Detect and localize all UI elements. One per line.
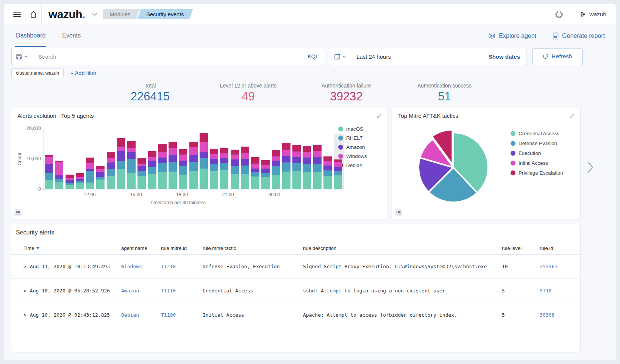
search-input[interactable] [38, 53, 304, 60]
stacked-bar[interactable] [137, 158, 146, 189]
stacked-bar[interactable] [323, 156, 332, 189]
refresh-button[interactable]: Refresh [532, 48, 583, 65]
stacked-bar[interactable] [127, 141, 136, 189]
bar-segment-rhel7 [86, 171, 94, 183]
stacked-bar[interactable] [272, 150, 280, 189]
stacked-bar[interactable] [220, 148, 228, 189]
rule-id-link[interactable]: 5710 [540, 288, 580, 294]
time-range-value[interactable]: Last 24 hours [351, 53, 391, 60]
column-header-rule-id[interactable]: rule.id [540, 245, 580, 251]
stacked-bar[interactable] [210, 149, 218, 189]
mitre-tactic-cell: Initial Access [203, 312, 303, 318]
bar-segment-windows [251, 164, 259, 169]
wazuh-logo[interactable]: wazuh. [48, 8, 86, 21]
stacked-bar[interactable] [66, 175, 74, 189]
agent-name-link[interactable]: Amazon [121, 288, 161, 294]
stat-authentication-failure: Authentication failure39232 [297, 83, 395, 103]
stacked-bar[interactable] [55, 161, 63, 189]
legend-item-macos[interactable]: macOS [338, 126, 367, 132]
column-header-rule-mitre-tactic[interactable]: rule.mitre.tactic [203, 245, 303, 251]
health-check-button[interactable] [551, 4, 567, 25]
logo-dropdown-button[interactable] [92, 12, 98, 16]
report-icon [552, 32, 559, 40]
expand-row-button[interactable]: > [23, 264, 27, 269]
stacked-bar[interactable] [96, 166, 105, 189]
user-menu[interactable]: wazuh [571, 4, 609, 25]
stacked-bar[interactable] [148, 151, 156, 189]
stacked-bar[interactable] [189, 142, 198, 189]
show-dates-button[interactable]: Show dates [489, 53, 526, 60]
expand-panel-button[interactable] [375, 111, 384, 120]
stacked-bar[interactable] [231, 150, 239, 189]
column-header-agent-name[interactable]: agent.name [121, 245, 161, 251]
column-header-rule-level[interactable]: rule.level [502, 245, 540, 251]
agent-name-link[interactable]: Windows [121, 264, 161, 269]
stacked-bar[interactable] [292, 145, 301, 189]
stacked-bar[interactable] [241, 147, 249, 189]
stacked-bar[interactable] [200, 133, 208, 189]
stacked-bar[interactable] [45, 155, 53, 189]
bar-segment-amazon [220, 158, 228, 163]
expand-panel-button[interactable] [567, 111, 576, 120]
stacked-bar[interactable] [261, 160, 270, 189]
column-header-time[interactable]: Time [23, 245, 121, 251]
stacked-bar[interactable] [158, 144, 167, 189]
kql-button[interactable]: KQL [304, 53, 319, 59]
column-header-label: rule.id [540, 245, 553, 251]
mitre-tactic-cell: Defense Evasion, Execution [203, 264, 303, 269]
breadcrumb-modules[interactable]: Modules [103, 9, 140, 19]
stacked-bar[interactable] [179, 149, 187, 189]
bar-segment-amazon [137, 166, 146, 171]
mitre-id-link[interactable]: T1190 [161, 312, 203, 318]
legend-item-windows[interactable]: Windows [338, 153, 367, 159]
menu-button[interactable] [9, 4, 25, 25]
legend-item-defense-evasion[interactable]: Defense Evasion [511, 141, 563, 146]
stacked-bar[interactable] [76, 173, 84, 189]
stacked-bar[interactable] [86, 158, 94, 189]
legend-dot [511, 151, 515, 156]
legend-item-credential-access[interactable]: Credential Access [511, 131, 563, 136]
expand-row-button[interactable]: > [23, 288, 27, 294]
legend-item-initial-access[interactable]: Initial Access [511, 160, 563, 166]
add-filter-button[interactable]: + Add filter [70, 70, 97, 76]
column-header-rule-mitre-id[interactable]: rule.mitre.id [161, 245, 203, 251]
bar-segment-rhel7 [303, 164, 311, 172]
next-panels-button[interactable] [587, 161, 594, 174]
rule-id-link[interactable]: 255563 [540, 264, 580, 269]
stacked-bar[interactable] [334, 159, 342, 189]
legend-item-amazon[interactable]: Amazon [338, 144, 367, 150]
stacked-bar[interactable] [251, 157, 259, 189]
stacked-bar[interactable] [117, 138, 125, 189]
app-window: wazuh. Modules Security events wazuh Das… [4, 4, 616, 360]
home-button[interactable] [25, 4, 41, 25]
calendar-menu-button[interactable] [329, 48, 351, 65]
legend-item-execution[interactable]: Execution [511, 150, 563, 156]
rule-id-link[interactable]: 30306 [540, 312, 580, 318]
bar-segment-debian [179, 149, 187, 155]
stacked-bar[interactable] [107, 152, 115, 189]
stacked-bar[interactable] [169, 142, 177, 189]
stacked-bar[interactable] [282, 143, 290, 189]
bar-segment-rhel7 [261, 173, 270, 177]
legend-item-rhel7[interactable]: RHEL7 [338, 135, 367, 141]
legend-item-debian[interactable]: Debian [338, 162, 367, 168]
legend-item-privilege-escalation[interactable]: Privilege Escalation [511, 170, 563, 176]
tab-dashboard[interactable]: Dashboard [15, 25, 46, 47]
stacked-bar[interactable] [303, 146, 311, 189]
column-header-rule-description[interactable]: rule.description [303, 245, 502, 251]
mitre-id-link[interactable]: T1110 [161, 288, 203, 294]
generate-report-button[interactable]: Generate report [552, 32, 605, 40]
saved-queries-button[interactable] [11, 48, 32, 65]
filter-pill-cluster-name[interactable]: cluster.name: wazuh [11, 68, 64, 78]
legend-toggle-button[interactable] [395, 209, 402, 216]
tab-events[interactable]: Events [61, 25, 81, 47]
expand-row-button[interactable]: > [23, 312, 27, 318]
legend-toggle-button[interactable] [14, 209, 22, 216]
bar-segment-debian [76, 173, 84, 177]
breadcrumb-security-events[interactable]: Security events [137, 9, 193, 19]
legend-label: Debian [346, 162, 362, 168]
stacked-bar[interactable] [313, 145, 322, 189]
agent-name-link[interactable]: Debian [121, 312, 161, 318]
mitre-id-link[interactable]: T1218 [161, 264, 203, 269]
explore-agent-button[interactable]: Explore agent [488, 33, 536, 40]
